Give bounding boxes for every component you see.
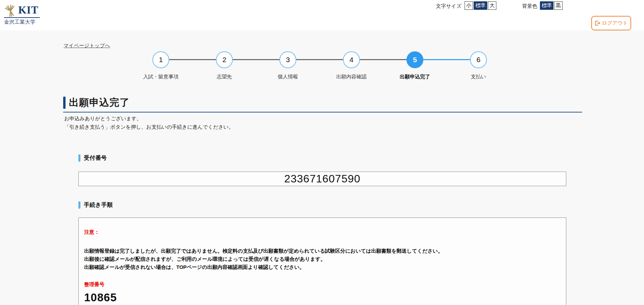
- step-3-label: 個人情報: [278, 74, 298, 80]
- page-title: 出願申込完了: [69, 96, 130, 109]
- logo-divider: [4, 17, 40, 18]
- reception-number-value: 233671607590: [284, 173, 361, 185]
- step-1-label: 入試・留意事項: [143, 74, 179, 80]
- step-4-circle: 4: [343, 51, 360, 68]
- step-3-circle: 3: [279, 51, 296, 68]
- font-size-control: 小 標準 大: [464, 1, 496, 10]
- procedure-heading-text: 手続き手順: [84, 201, 113, 209]
- step-4-label: 出願内容確認: [336, 74, 367, 80]
- page-title-section: 出願申込完了: [63, 96, 582, 112]
- font-size-large-button[interactable]: 大: [488, 1, 496, 10]
- bg-standard-button[interactable]: 標準: [540, 1, 553, 10]
- intro-line-2: 「引き続き支払う」ボタンを押し、お支払いの手続きに進んでください。: [64, 123, 234, 131]
- section-accent-bar: [78, 201, 80, 209]
- logout-label: ログアウト: [602, 20, 628, 26]
- logout-button[interactable]: ログアウト: [591, 16, 631, 30]
- reference-number-value: 10865: [84, 291, 560, 304]
- step-6-circle: 6: [470, 51, 487, 68]
- bg-color-label: 背景色: [522, 3, 537, 9]
- intro-text: お申込みありがとうございます。 「引き続き支払う」ボタンを押し、お支払いの手続き…: [64, 114, 234, 131]
- university-name: 金沢工業大学: [4, 19, 41, 25]
- reception-number-box: 233671607590: [78, 172, 566, 186]
- mypage-top-link[interactable]: マイページトップへ: [64, 43, 110, 49]
- font-size-small-button[interactable]: 小: [465, 1, 473, 10]
- reception-heading-text: 受付番号: [84, 154, 107, 162]
- step-5-label: 出願申込完了: [400, 74, 430, 80]
- section-accent-bar: [78, 154, 80, 162]
- logout-icon: [595, 20, 600, 26]
- intro-line-1: お申込みありがとうございます。: [64, 114, 234, 123]
- bg-color-control: 標準 黒: [539, 1, 563, 10]
- application-stepper: 1 入試・留意事項 2 志望先 3 個人情報 4 出願内容確認 5 出願申込完了…: [129, 51, 510, 83]
- notice-text: 出願情報登録は完了しましたが、出願完了ではありません。検定料の支払及び出願書類が…: [84, 247, 560, 271]
- kit-emblem-icon: [4, 4, 17, 17]
- header: KIT 金沢工業大学 文字サイズ 小 標準 大 背景色 標準 黒 ログアウト: [0, 0, 644, 30]
- step-1-exam-notes: 1 入試・留意事項: [129, 51, 193, 80]
- main-content: マイページトップへ 1 入試・留意事項 2 志望先 3 個人情報 4 出願内容確…: [0, 30, 644, 305]
- bg-black-button[interactable]: 黒: [554, 1, 563, 10]
- step-6-label: 支払い: [471, 74, 486, 80]
- reference-number-label: 整理番号: [84, 281, 560, 288]
- font-size-label: 文字サイズ: [436, 3, 462, 9]
- procedure-notice-box: 注意： 出願情報登録は完了しましたが、出願完了ではありません。検定料の支払及び出…: [78, 218, 566, 305]
- step-5-complete: 5 出願申込完了: [383, 51, 447, 80]
- title-accent-bar: [63, 97, 66, 109]
- procedure-heading: 手続き手順: [78, 201, 113, 209]
- step-1-circle: 1: [152, 51, 169, 68]
- notice-line-2: 出願後に確認メールが配信されますが、ご利用のメール環境によっては受信が遅くなる場…: [84, 255, 560, 263]
- logo-acronym: KIT: [18, 4, 39, 16]
- step-3-personal-info: 3 個人情報: [256, 51, 320, 80]
- notice-label: 注意：: [84, 229, 560, 235]
- notice-line-1: 出願情報登録は完了しましたが、出願完了ではありません。検定料の支払及び出願書類が…: [84, 247, 560, 255]
- notice-line-3: 出願確認メールが受信されない場合は、TOPページの出願内容確認画面より確認してく…: [84, 263, 560, 271]
- reception-number-heading: 受付番号: [78, 154, 107, 162]
- step-6-payment: 6 支払い: [447, 51, 510, 80]
- font-size-standard-button[interactable]: 標準: [474, 1, 487, 10]
- step-2-circle: 2: [216, 51, 233, 68]
- step-4-confirm: 4 出願内容確認: [320, 51, 383, 80]
- step-5-circle: 5: [406, 51, 423, 68]
- step-2-label: 志望先: [217, 74, 232, 80]
- kit-logo: KIT 金沢工業大学: [4, 4, 41, 25]
- step-2-choice: 2 志望先: [193, 51, 256, 80]
